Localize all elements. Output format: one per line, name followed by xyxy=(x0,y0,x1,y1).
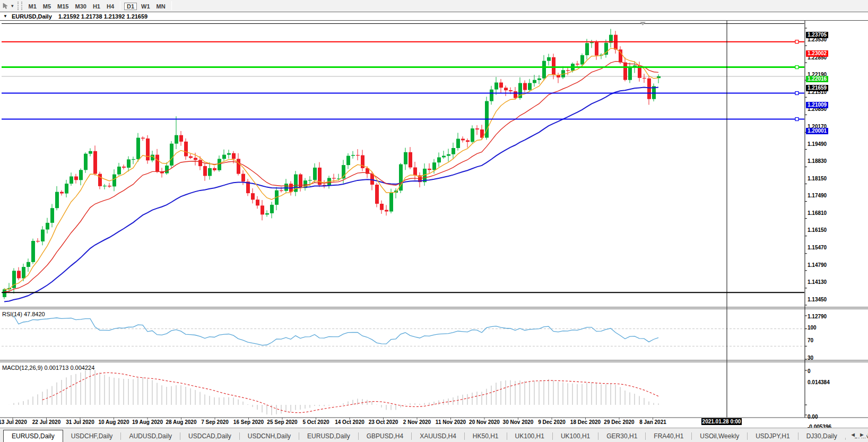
candle-body xyxy=(638,66,641,78)
candle-body xyxy=(165,166,169,174)
candle-body xyxy=(7,288,11,289)
tf-button-d1[interactable]: D1 xyxy=(124,3,137,10)
price-tick-label: 1.16150 xyxy=(808,227,855,233)
date-label: 16 Sep 2020 xyxy=(233,419,264,426)
candle-body xyxy=(418,176,422,183)
candle-body xyxy=(12,271,16,288)
tab-eurusd-daily-0[interactable]: EURUSD,Daily xyxy=(3,430,63,442)
price-tick-label: 1.12790 xyxy=(808,314,855,319)
tab-scroll-left-icon[interactable]: ◄ xyxy=(850,431,856,438)
tab-ger30-h1-11[interactable]: GER30,H1 xyxy=(598,430,645,442)
tf-button-m5[interactable]: M5 xyxy=(41,3,53,10)
tab-scroll-arrows: ◄► xyxy=(845,431,866,438)
rsi-axis-label: 100 xyxy=(808,325,855,331)
candle-body xyxy=(514,91,517,98)
price-tick-label: 1.14130 xyxy=(808,279,855,285)
date-label: 25 Sep 2020 xyxy=(267,419,297,426)
date-label: 20 Nov 2020 xyxy=(469,419,500,426)
candle-body xyxy=(50,208,54,223)
candle-body xyxy=(46,223,49,230)
candle-body xyxy=(27,262,30,267)
candle-body xyxy=(447,154,450,156)
candle-body xyxy=(600,55,603,56)
candle-body xyxy=(256,200,259,205)
candle-body xyxy=(623,63,627,80)
tab-gbpusd-h4-6[interactable]: GBPUSD,H4 xyxy=(359,430,411,442)
chart-shift-marker-icon xyxy=(640,22,646,25)
candle-body xyxy=(428,169,431,170)
candle-body xyxy=(89,151,92,154)
tf-button-m1[interactable]: M1 xyxy=(27,3,39,10)
date-label: 5 Oct 2020 xyxy=(302,419,329,426)
date-label: 8 Jan 2021 xyxy=(639,419,666,426)
candle-body xyxy=(413,168,417,176)
hline-handle[interactable] xyxy=(795,118,798,121)
date-label: 19 Aug 2020 xyxy=(132,419,163,426)
candle-body xyxy=(22,267,25,278)
candle-body xyxy=(60,192,64,194)
collapse-triangle-icon[interactable]: ▼ xyxy=(3,14,7,19)
toolbar-left-group: ▾ xyxy=(0,2,25,10)
candle-body xyxy=(241,174,245,182)
tab-eurusd-daily-5[interactable]: EURUSD,Daily xyxy=(299,430,358,442)
price-badge: 1.21009 xyxy=(806,102,828,108)
candle-body xyxy=(160,172,164,174)
tab-uk100-h1-10[interactable]: UK100,H1 xyxy=(553,430,598,442)
candle-body xyxy=(237,159,240,174)
tf-button-mn[interactable]: MN xyxy=(154,3,168,10)
cursor-tool-icon[interactable] xyxy=(2,2,10,10)
candle-body xyxy=(471,128,474,142)
hline-handle[interactable] xyxy=(795,66,798,69)
mt4-terminal: ▾ M1M5M15M30H1H4D1W1MN ▼ EURUSD,Daily 1.… xyxy=(0,0,868,442)
date-label: 11 Nov 2020 xyxy=(436,419,466,426)
candle-body xyxy=(566,70,570,71)
candle-body xyxy=(494,83,498,90)
chevron-down-icon[interactable]: ▾ xyxy=(11,3,14,8)
tab-usdjpy-h1-14[interactable]: USDJPY,H1 xyxy=(748,430,797,442)
candle-body xyxy=(308,180,312,180)
candle-body xyxy=(155,155,159,172)
candle-body xyxy=(79,170,83,180)
price-badge: 1.23705 xyxy=(806,32,828,38)
candle-body xyxy=(571,64,575,71)
tab-usdchf-daily-1[interactable]: USDCHF,Daily xyxy=(63,430,121,442)
tab-usdcnh-daily-4[interactable]: USDCNH,Daily xyxy=(240,430,299,442)
candle-body xyxy=(576,64,579,65)
candle-body xyxy=(146,138,150,160)
candle-body xyxy=(461,139,465,141)
hline-handle[interactable] xyxy=(795,92,798,95)
tab-scroll-right-icon[interactable]: ► xyxy=(859,431,865,438)
candle-body xyxy=(647,79,651,99)
tf-button-w1[interactable]: W1 xyxy=(139,3,152,10)
price-tick-label: 1.17490 xyxy=(808,193,855,198)
candle-body xyxy=(552,57,555,75)
hline-handle[interactable] xyxy=(795,40,798,44)
tab-dj30-daily-15[interactable]: DJ30,Daily xyxy=(798,430,845,442)
candle-body xyxy=(452,148,455,154)
tab-fra40-h1-12[interactable]: FRA40,H1 xyxy=(646,430,691,442)
tf-button-m15[interactable]: M15 xyxy=(55,3,71,10)
candle-body xyxy=(203,166,207,176)
tab-uk100-h1-9[interactable]: UK100,H1 xyxy=(507,430,552,442)
tf-button-h1[interactable]: H1 xyxy=(91,3,102,10)
candle-body xyxy=(284,184,288,191)
tab-usdcad-daily-3[interactable]: USDCAD,Daily xyxy=(180,430,239,442)
tab-hk50-h1-8[interactable]: HK50,H1 xyxy=(465,430,507,442)
tf-button-h4[interactable]: H4 xyxy=(105,3,116,10)
macd-axis-label: 0.014384 xyxy=(808,379,855,385)
candle-body xyxy=(337,178,341,179)
candle-body xyxy=(36,241,40,241)
tab-xauusd-h4-7[interactable]: XAUUSD,H4 xyxy=(412,430,464,442)
price-badge: 1.20001 xyxy=(806,128,828,134)
candle-body xyxy=(432,162,436,170)
candle-body xyxy=(65,184,68,194)
tab-audusd-daily-2[interactable]: AUDUSD,Daily xyxy=(121,430,180,442)
price-tick-label: 1.19490 xyxy=(808,141,855,147)
candle-body xyxy=(136,138,140,159)
candle-body xyxy=(127,159,131,168)
tab-usoil-weekly-13[interactable]: USOil,Weekly xyxy=(692,430,747,442)
toolbar-grip[interactable] xyxy=(18,2,22,10)
chart-tab-bar: EURUSD,DailyUSDCHF,DailyAUDUSD,DailyUSDC… xyxy=(0,428,868,442)
rsi-axis-label: 0 xyxy=(808,368,855,374)
tf-button-m30[interactable]: M30 xyxy=(73,3,89,10)
